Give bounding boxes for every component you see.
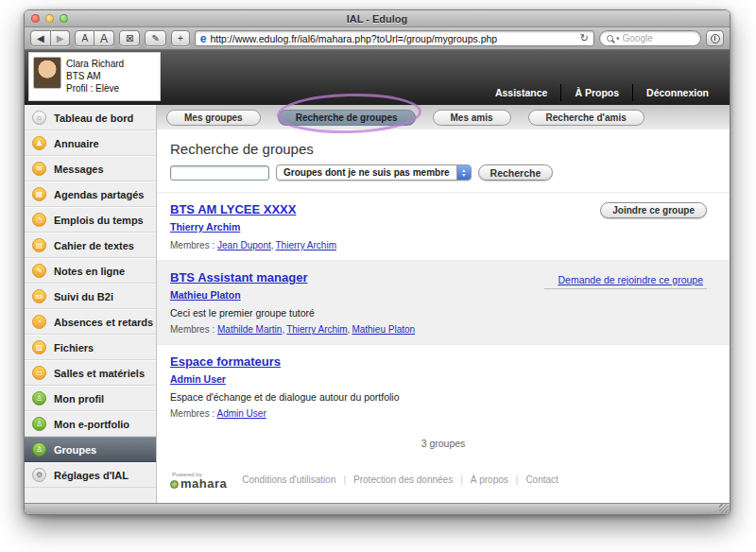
reload-icon[interactable]: ↻ [580, 32, 589, 44]
mail-page-button[interactable]: ⊠ [119, 30, 140, 46]
directory-icon: ♟ [32, 136, 46, 150]
request-join-group-link[interactable]: Demande de rejoindre ce groupe [544, 274, 707, 289]
sidebar-item-mon-e-portfolio[interactable]: ♙ Mon e-portfolio [25, 411, 156, 437]
sidebar-item-tableau-de-bord[interactable]: ⌂ Tableau de bord [25, 105, 156, 130]
calendar-icon: ▦ [32, 187, 46, 201]
mahara-logo: Powered by mahara [170, 470, 227, 489]
url-text[interactable]: http://www.edulog.fr/ial6/mahara.php?toU… [210, 33, 576, 44]
tab-recherche-de-groupes[interactable]: Recherche de groupes [278, 110, 416, 126]
group-name-link[interactable]: Espace formateurs [170, 354, 281, 369]
tab-strip: Mes groupes Recherche de groupes Mes ami… [157, 105, 730, 129]
user-role: Profil : Elève [66, 82, 124, 95]
group-action: Joindre ce groupe [600, 200, 707, 250]
footer-link-contact[interactable]: Contact [525, 474, 558, 485]
sidebar-item-emplois-du-temps[interactable]: ◷ Emplois du temps [25, 207, 156, 233]
member-link[interactable]: Thierry Archim [276, 240, 336, 250]
resize-grip-icon[interactable] [719, 504, 729, 513]
group-row: BTS AM LYCEE XXXX Thierry Archim Membres… [157, 192, 730, 260]
tab-mes-groupes[interactable]: Mes groupes [166, 110, 261, 126]
group-owner-link[interactable]: Thierry Archim [170, 221, 240, 233]
sidebar-item-messages[interactable]: ✉ Messages [25, 156, 156, 181]
sidebar-item-label: Suivi du B2i [54, 291, 113, 302]
search-icon [607, 35, 613, 42]
footer-link-protection[interactable]: Protection des données [353, 474, 471, 485]
group-name-link[interactable]: BTS Assistant manager [170, 270, 307, 285]
sidebar-item-label: Agendas partagés [54, 189, 144, 200]
sidebar-item-label: Notes en ligne [54, 266, 125, 277]
rooms-icon: ▭ [32, 366, 46, 380]
group-search-input[interactable] [170, 165, 269, 181]
user-name: Clara Richard [66, 58, 124, 70]
sidebar-item-agendas-partages[interactable]: ▦ Agendas partagés [25, 181, 156, 207]
member-link[interactable]: Jean Dupont [217, 240, 276, 250]
nav-assistance[interactable]: Assistance [482, 84, 560, 101]
browser-window: IAL - Edulog ◀ ▶ A A ⊠ ✎ + e http://www.… [24, 9, 730, 515]
sidebar-item-label: Absences et retards [54, 317, 153, 328]
member-link[interactable]: Admin User [216, 408, 266, 419]
group-name-link[interactable]: BTS AM LYCEE XXXX [170, 202, 296, 216]
user-info: Clara Richard BTS AM Profil : Elève [66, 57, 124, 96]
sidebar-item-salles-et-materiels[interactable]: ▭ Salles et matériels [25, 360, 156, 386]
tab-recherche-damis[interactable]: Recherche d'amis [528, 110, 644, 126]
sidebar-item-fichiers[interactable]: ▨ Fichiers [25, 335, 156, 360]
tab-mes-amis[interactable]: Mes amis [433, 110, 511, 126]
sidebar-item-suivi-du-b2i[interactable]: B2i Suivi du B2i [25, 284, 156, 309]
sidebar-item-groupes[interactable]: ♙ Groupes [25, 437, 156, 462]
members-label: Membres : [170, 324, 215, 335]
join-group-button[interactable]: Joindre ce groupe [600, 202, 707, 218]
sidebar-item-cahier-de-textes[interactable]: ▤ Cahier de textes [25, 233, 156, 258]
sidebar-item-mon-profil[interactable]: ♙ Mon profil [25, 386, 156, 411]
sidebar-item-notes-en-ligne[interactable]: ✎ Notes en ligne [25, 258, 156, 284]
text-smaller-button[interactable]: A [75, 30, 94, 46]
search-options-caret[interactable]: ▾ [616, 35, 620, 43]
notebook-icon: ▤ [32, 238, 46, 252]
forward-button[interactable]: ▶ [51, 30, 71, 46]
group-row: Espace formateurs Admin User Espace d'éc… [157, 344, 730, 428]
main-area: Mes groupes Recherche de groupes Mes ami… [157, 105, 730, 503]
timetable-icon: ◷ [32, 213, 46, 227]
profile-icon: ♙ [32, 391, 46, 405]
nav-a-propos[interactable]: À Propos [560, 84, 632, 101]
address-bar[interactable]: e http://www.edulog.fr/ial6/mahara.php?t… [195, 30, 594, 46]
compose-button[interactable]: ✎ [145, 30, 165, 46]
member-link[interactable]: Mathilde Martin [217, 324, 286, 335]
footer-link-a-propos[interactable]: À propos [471, 474, 526, 485]
text-larger-button[interactable]: A [94, 30, 114, 46]
browser-toolbar: ◀ ▶ A A ⊠ ✎ + e http://www.edulog.fr/ial… [25, 27, 730, 50]
search-button[interactable]: Recherche [478, 164, 554, 181]
sidebar-item-label: Mon profil [54, 393, 104, 405]
group-owner-link[interactable]: Admin User [170, 373, 226, 385]
sidebar-item-label: Annuaire [54, 138, 99, 149]
window-titlebar[interactable]: IAL - Edulog [25, 10, 730, 27]
group-members: Membres : Jean DupontThierry Archim [170, 240, 600, 250]
group-filter-select[interactable]: Groupes dont je ne suis pas membre ▲▼ [276, 164, 472, 181]
b2i-icon: B2i [32, 289, 46, 303]
back-button[interactable]: ◀ [30, 30, 51, 46]
search-input[interactable] [623, 33, 694, 43]
sidebar-item-absences-et-retards[interactable]: ◔ Absences et retards [25, 309, 156, 335]
sidebar-item-label: Mon e-portfolio [54, 419, 129, 430]
group-action: Demande de rejoindre ce groupe [544, 268, 707, 335]
member-link[interactable]: Thierry Archim [286, 324, 352, 335]
group-search-form: Groupes dont je ne suis pas membre ▲▼ Re… [170, 164, 716, 181]
page-title: Recherche de groupes [170, 141, 716, 157]
user-card: Clara Richard BTS AM Profil : Elève [28, 52, 161, 101]
sidebar-item-annuaire[interactable]: ♟ Annuaire [25, 130, 156, 156]
group-members: Membres : Admin User [170, 408, 707, 419]
sidebar-item-reglages-ial[interactable]: ⚙ Réglages d'IAL [25, 462, 156, 488]
google-search-field[interactable]: ▾ [599, 30, 701, 46]
top-nav: Assistance À Propos Déconnexion [482, 84, 722, 101]
report-bug-button[interactable] [706, 30, 724, 46]
footer-link-conditions[interactable]: Conditions d'utilisation [242, 474, 353, 485]
member-link[interactable]: Mathieu Platon [352, 324, 415, 335]
eportfolio-icon: ♙ [32, 417, 46, 431]
group-owner-link[interactable]: Mathieu Platon [170, 289, 241, 301]
nav-deconnexion[interactable]: Déconnexion [632, 84, 722, 101]
footer-links: Conditions d'utilisation Protection des … [242, 474, 558, 485]
sidebar-item-label: Emplois du temps [54, 215, 144, 226]
text-size-buttons: A A [75, 30, 114, 46]
files-icon: ▨ [32, 340, 46, 354]
new-tab-button[interactable]: + [171, 30, 190, 46]
sidebar-item-label: Tableau de bord [54, 112, 133, 124]
group-info: Espace formateurs Admin User Espace d'éc… [170, 353, 707, 419]
